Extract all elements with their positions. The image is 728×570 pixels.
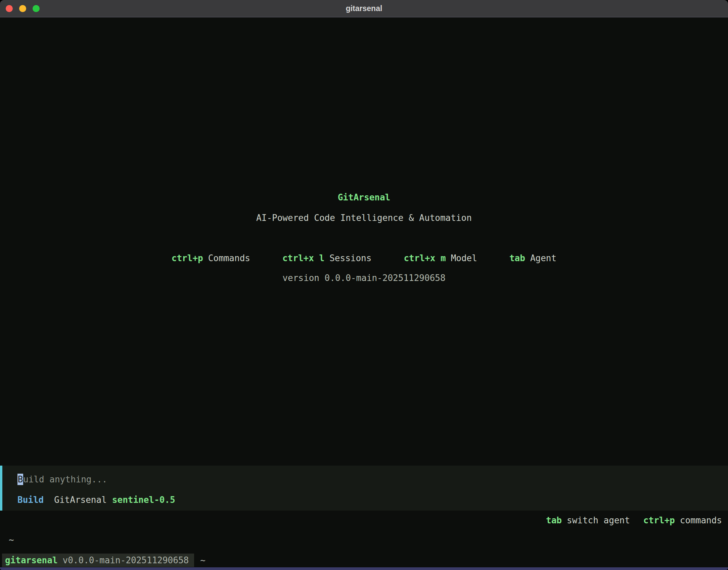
titlebar: gitarsenal (0, 0, 728, 17)
statusbar-app-name: gitarsenal (5, 555, 58, 566)
statusbar-app-chip: gitarsenal v0.0.0-main-202511290658 (2, 554, 194, 567)
version-text: version 0.0.0-main-202511290658 (0, 272, 728, 284)
statusbar-path: ~ (200, 555, 206, 566)
shortcut-commands: ctrl+pCommands (172, 252, 250, 264)
shortcut-label: Model (451, 253, 477, 263)
hint-label: switch agent (567, 515, 630, 525)
bottom-accent-strip (0, 567, 728, 570)
shortcut-label: Commands (208, 253, 250, 263)
terminal-screen: GitArsenal AI-Powered Code Intelligence … (0, 17, 728, 567)
shortcut-label: Agent (530, 253, 556, 263)
text-cursor: B (17, 474, 23, 485)
minimize-button[interactable] (19, 5, 26, 12)
window-title: gitarsenal (0, 4, 728, 13)
status-bar: gitarsenal v0.0.0-main-202511290658 ~ (0, 553, 728, 567)
shortcut-label: Sessions (329, 253, 371, 263)
shortcut-sessions: ctrl+x lSessions (282, 252, 371, 264)
hint-commands: ctrl+pcommands (643, 515, 722, 525)
agent-status-line: BuildGitArsenalsentinel-0.5 (17, 494, 728, 506)
shortcut-keys: tab (509, 253, 525, 263)
prompt-placeholder-text: uild anything... (23, 474, 107, 484)
welcome-banner: GitArsenal AI-Powered Code Intelligence … (0, 192, 728, 284)
shortcut-keys: ctrl+x m (404, 253, 446, 263)
app-subtitle: AI-Powered Code Intelligence & Automatio… (0, 212, 728, 224)
hint-label: commands (680, 515, 722, 525)
terminal-window: gitarsenal GitArsenal AI-Powered Code In… (0, 0, 728, 570)
hint-keys: tab (546, 515, 562, 525)
zoom-button[interactable] (33, 5, 40, 12)
hint-keys: ctrl+p (643, 515, 675, 525)
keybinding-hints: tabswitch agentctrl+pcommands (0, 515, 728, 526)
agent-app-name: GitArsenal (54, 495, 107, 505)
hint-switch-agent: tabswitch agent (546, 515, 630, 525)
prompt-input[interactable]: Build anything... BuildGitArsenalsentine… (0, 466, 728, 511)
shortcut-keys: ctrl+p (172, 253, 203, 263)
shortcut-hints: ctrl+pCommands ctrl+x lSessions ctrl+x m… (0, 252, 728, 264)
agent-model-name: sentinel-0.5 (112, 495, 175, 505)
shell-prompt: ~ (0, 534, 14, 545)
shortcut-agent: tabAgent (509, 252, 556, 264)
app-title: GitArsenal (0, 192, 728, 203)
window-controls (6, 0, 40, 17)
close-button[interactable] (6, 5, 13, 12)
shortcut-keys: ctrl+x l (282, 253, 324, 263)
agent-mode: Build (17, 495, 44, 505)
shortcut-model: ctrl+x mModel (404, 252, 477, 264)
statusbar-version: v0.0.0-main-202511290658 (63, 555, 189, 566)
prompt-placeholder-line: Build anything... (17, 474, 728, 485)
